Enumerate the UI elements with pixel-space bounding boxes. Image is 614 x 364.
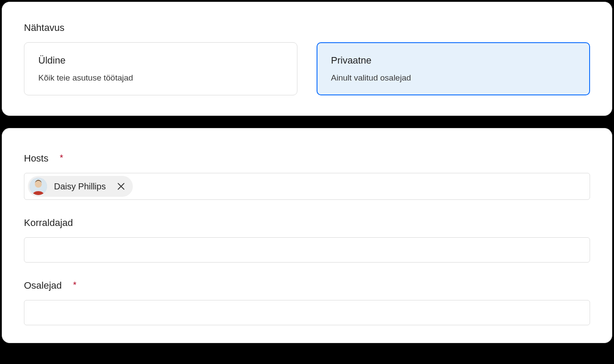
visibility-option-private-title: Privaatne — [331, 55, 576, 66]
organizers-field-group: Korraldajad — [24, 217, 590, 263]
visibility-option-public[interactable]: Üldine Kõik teie asutuse töötajad — [24, 42, 297, 95]
participants-label-text: Osalejad — [24, 280, 62, 291]
avatar — [30, 178, 47, 195]
organizers-label: Korraldajad — [24, 217, 73, 229]
visibility-option-private[interactable]: Privaatne Ainult valitud osalejad — [317, 42, 590, 95]
participants-required-star: * — [73, 280, 77, 290]
visibility-option-private-desc: Ainult valitud osalejad — [331, 73, 576, 83]
host-chip-remove[interactable] — [115, 181, 127, 192]
hosts-label-text: Hosts — [24, 153, 48, 164]
hosts-text-input[interactable] — [135, 178, 586, 195]
visibility-option-public-title: Üldine — [38, 55, 283, 66]
organizers-input[interactable] — [24, 237, 590, 263]
host-chip-name: Daisy Phillips — [51, 182, 108, 192]
participants-label: Osalejad * — [24, 280, 77, 291]
hosts-required-star: * — [60, 153, 63, 163]
organizers-text-input[interactable] — [28, 241, 586, 259]
participants-input[interactable] — [24, 300, 590, 325]
host-chip: Daisy Phillips — [28, 176, 133, 197]
visibility-options: Üldine Kõik teie asutuse töötajad Privaa… — [24, 42, 590, 95]
participants-field-group: Osalejad * — [24, 280, 590, 325]
close-icon — [117, 182, 125, 190]
participants-text-input[interactable] — [28, 304, 586, 321]
hosts-input[interactable]: Daisy Phillips — [24, 173, 590, 200]
organizers-label-text: Korraldajad — [24, 217, 73, 229]
hosts-field-group: Hosts * — [24, 153, 590, 200]
hosts-label: Hosts * — [24, 153, 63, 164]
visibility-option-public-desc: Kõik teie asutuse töötajad — [38, 73, 283, 83]
people-card: Hosts * — [2, 128, 612, 343]
visibility-label: Nähtavus — [24, 22, 590, 34]
visibility-card: Nähtavus Üldine Kõik teie asutuse töötaj… — [2, 2, 612, 116]
